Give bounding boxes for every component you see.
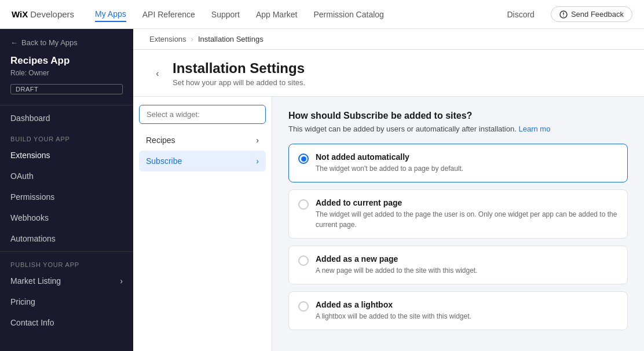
nav-my-apps[interactable]: My Apps (95, 7, 126, 22)
option-added-new-page-title: Added as a new page (316, 254, 478, 264)
option-not-added-auto-text: Not added automatically The widget won't… (316, 152, 463, 174)
top-nav: WiX Developers My Apps API Reference Sup… (0, 0, 644, 29)
option-not-added-auto-desc: The widget won't be added to a page by d… (316, 163, 463, 174)
page-header-text: Installation Settings Set how your app w… (173, 60, 305, 87)
nav-api-reference[interactable]: API Reference (142, 8, 195, 21)
sidebar-item-permissions[interactable]: Permissions (0, 187, 133, 207)
option-added-lightbox-title: Added as a lightbox (316, 300, 471, 309)
option-added-lightbox-text: Added as a lightbox A lightbox will be a… (316, 300, 471, 321)
right-panel: How should Subscribe be added to sites? … (272, 97, 644, 351)
radio-added-new-page (298, 255, 309, 266)
send-feedback-button[interactable]: Send Feedback (551, 6, 632, 22)
option-added-new-page-text: Added as a new page A new page will be a… (316, 254, 478, 276)
feedback-label: Send Feedback (571, 10, 624, 19)
breadcrumb: Extensions › Installation Settings (133, 29, 644, 50)
sidebar-section-build: Build Your App (0, 129, 133, 145)
breadcrumb-current: Installation Settings (198, 35, 264, 43)
breadcrumb-parent[interactable]: Extensions (149, 35, 186, 43)
main-layout: ← Back to My Apps Recipes App Role: Owne… (0, 29, 644, 351)
page-back-button[interactable]: ‹ (149, 65, 166, 82)
sidebar-item-dashboard[interactable]: Dashboard (0, 108, 133, 129)
divider-2 (0, 251, 133, 252)
option-added-current-page-desc: The widget will get added to the page th… (316, 209, 618, 230)
widget-item-subscribe[interactable]: Subscribe › (139, 151, 266, 171)
sidebar-item-contact-info[interactable]: Contact Info (0, 312, 133, 333)
sidebar-item-automations[interactable]: Automations (0, 228, 133, 249)
sidebar-item-pricing[interactable]: Pricing (0, 291, 133, 312)
option-added-lightbox[interactable]: Added as a lightbox A lightbox will be a… (288, 291, 628, 330)
sidebar-label-permissions: Permissions (10, 192, 54, 202)
option-added-current-page[interactable]: Added to current page The widget will ge… (288, 189, 628, 239)
option-not-added-auto[interactable]: Not added automatically The widget won't… (288, 144, 628, 182)
sidebar-label-oauth: OAuth (10, 171, 34, 181)
radio-added-lightbox (298, 301, 309, 312)
widget-search-input[interactable] (139, 105, 266, 124)
divider-1 (0, 105, 133, 105)
radio-not-added-auto (298, 153, 309, 164)
logo-dev: Developers (30, 9, 74, 19)
app-role: Role: Owner (0, 68, 133, 82)
sidebar-item-market-listing[interactable]: Market Listing › (0, 270, 133, 291)
page-title: Installation Settings (173, 60, 305, 76)
panel-question: How should Subscribe be added to sites? (288, 111, 628, 121)
widget-label-subscribe: Subscribe (146, 156, 182, 166)
sidebar: ← Back to My Apps Recipes App Role: Owne… (0, 29, 133, 351)
sidebar-item-webhooks[interactable]: Webhooks (0, 207, 133, 228)
back-to-my-apps[interactable]: ← Back to My Apps (0, 29, 133, 54)
draft-badge: DRAFT (10, 84, 123, 94)
sidebar-section-publish: Publish Your App (0, 254, 133, 270)
svg-point-1 (563, 16, 564, 17)
sidebar-label-market-listing: Market Listing (10, 276, 61, 286)
option-added-new-page-desc: A new page will be added to the site wit… (316, 265, 478, 276)
widget-label-recipes: Recipes (146, 136, 175, 145)
feedback-icon (559, 10, 568, 19)
radio-added-current-page (298, 199, 309, 210)
breadcrumb-chevron-icon: › (191, 35, 193, 43)
sidebar-label-pricing: Pricing (10, 297, 35, 306)
widget-list-column: Recipes › Subscribe › (133, 97, 272, 351)
option-added-new-page[interactable]: Added as a new page A new page will be a… (288, 246, 628, 284)
sidebar-item-oauth[interactable]: OAuth (0, 166, 133, 187)
logo: WiX Developers (12, 9, 74, 19)
page-description: Set how your app will be added to sites. (173, 78, 305, 87)
logo-wix: WiX (12, 9, 28, 19)
panel-desc-text: This widget can be added by users or aut… (288, 125, 517, 133)
nav-support[interactable]: Support (211, 8, 240, 21)
nav-app-market[interactable]: App Market (256, 8, 298, 21)
option-added-current-page-text: Added to current page The widget will ge… (316, 198, 618, 230)
sidebar-label-extensions: Extensions (10, 151, 50, 160)
learn-more-link[interactable]: Learn mo (518, 125, 550, 133)
sidebar-label-automations: Automations (10, 234, 56, 243)
two-column-layout: Recipes › Subscribe › How should Subscri… (133, 97, 644, 351)
sidebar-label-dashboard: Dashboard (10, 114, 50, 123)
option-added-current-page-title: Added to current page (316, 198, 618, 207)
sidebar-item-extensions[interactable]: Extensions (0, 145, 133, 166)
content-area: Extensions › Installation Settings ‹ Ins… (133, 29, 644, 351)
back-label: Back to My Apps (21, 38, 78, 47)
chevron-right-icon: › (120, 276, 123, 286)
nav-discord[interactable]: Discord (507, 10, 534, 19)
widget-item-recipes[interactable]: Recipes › (139, 130, 266, 151)
page-header: ‹ Installation Settings Set how your app… (133, 50, 644, 97)
chevron-icon-subscribe: › (256, 156, 259, 166)
app-name: Recipes App (0, 54, 133, 68)
panel-description: This widget can be added by users or aut… (288, 125, 628, 133)
sidebar-label-contact-info: Contact Info (10, 318, 54, 327)
sidebar-label-webhooks: Webhooks (10, 213, 49, 222)
chevron-icon-recipes: › (256, 136, 259, 145)
option-added-lightbox-desc: A lightbox will be added to the site wit… (316, 311, 471, 321)
nav-permission-catalog[interactable]: Permission Catalog (313, 8, 383, 21)
option-not-added-auto-title: Not added automatically (316, 152, 463, 162)
back-arrow-icon: ← (10, 38, 18, 47)
